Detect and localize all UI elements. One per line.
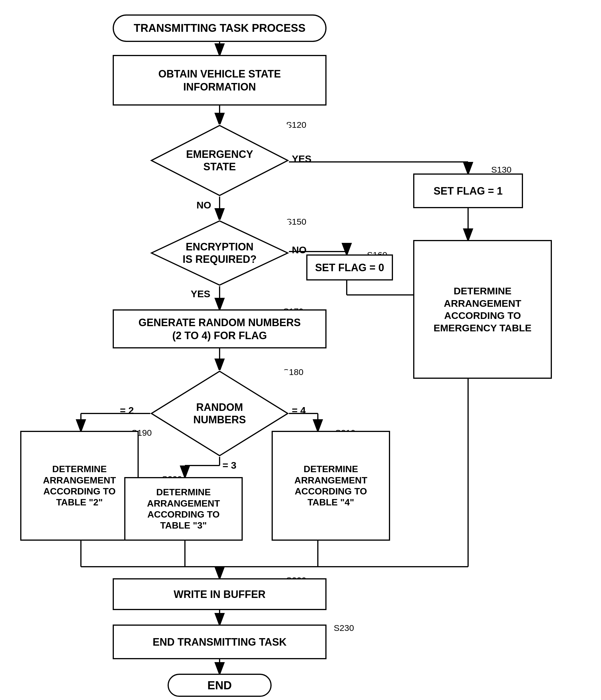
s210-text: DETERMINEARRANGEMENTACCORDING TOTABLE "4… — [294, 464, 367, 508]
s110-box: OBTAIN VEHICLE STATEINFORMATION — [113, 55, 326, 105]
s190-text: DETERMINEARRANGEMENTACCORDING TOTABLE "2… — [43, 464, 116, 508]
s150-diamond: ENCRYPTIONIS REQUIRED? — [150, 220, 289, 286]
s170-box: GENERATE RANDOM NUMBERS(2 TO 4) FOR FLAG — [113, 309, 326, 348]
s150-text: ENCRYPTIONIS REQUIRED? — [183, 241, 257, 266]
s150-step: S150 — [286, 217, 306, 227]
s210-box: DETERMINEARRANGEMENTACCORDING TOTABLE "4… — [271, 431, 390, 541]
s220-box: WRITE IN BUFFER — [113, 578, 326, 610]
s160-box: SET FLAG = 0 — [306, 254, 393, 280]
end-terminal: END — [167, 674, 271, 697]
s180-eq2-label: = 2 — [120, 405, 134, 416]
flowchart-diagram: TRANSMITTING TASK PROCESS S110 OBTAIN VE… — [0, 0, 601, 700]
s180-eq3-label: = 3 — [223, 460, 236, 471]
s120-step: S120 — [286, 120, 306, 130]
s130-box: SET FLAG = 1 — [413, 174, 523, 208]
s110-text: OBTAIN VEHICLE STATEINFORMATION — [158, 67, 281, 93]
end-label: END — [207, 678, 232, 693]
s120-text: EMERGENCYSTATE — [186, 148, 253, 173]
s180-text: RANDOMNUMBERS — [193, 401, 246, 426]
s200-box: DETERMINEARRANGEMENTACCORDING TOTABLE "3… — [124, 477, 243, 541]
s120-diamond: EMERGENCYSTATE — [150, 124, 289, 197]
s190-box: DETERMINEARRANGEMENTACCORDING TOTABLE "2… — [20, 431, 139, 541]
s140-box: DETERMINEARRANGEMENTACCORDING TOEMERGENC… — [413, 240, 552, 379]
s180-eq4-label: = 4 — [292, 405, 306, 416]
s170-text: GENERATE RANDOM NUMBERS(2 TO 4) FOR FLAG — [138, 316, 300, 342]
s130-step: S130 — [491, 165, 512, 175]
s200-text: DETERMINEARRANGEMENTACCORDING TOTABLE "3… — [147, 486, 220, 531]
s120-no-label: NO — [197, 200, 211, 211]
s230-step: S230 — [334, 623, 354, 633]
s160-text: SET FLAG = 0 — [315, 261, 384, 274]
s230-text: END TRANSMITTING TASK — [153, 635, 286, 649]
s230-box: END TRANSMITTING TASK — [113, 625, 326, 659]
start-terminal: TRANSMITTING TASK PROCESS — [113, 15, 326, 42]
s150-yes-label: YES — [191, 288, 210, 300]
s140-text: DETERMINEARRANGEMENTACCORDING TOEMERGENC… — [434, 285, 532, 334]
start-label: TRANSMITTING TASK PROCESS — [134, 21, 306, 35]
s130-text: SET FLAG = 1 — [434, 184, 502, 198]
s180-diamond: RANDOMNUMBERS — [150, 370, 289, 457]
s120-yes-label: YES — [292, 153, 312, 165]
s220-text: WRITE IN BUFFER — [174, 588, 265, 601]
s150-no-label: NO — [292, 244, 307, 256]
